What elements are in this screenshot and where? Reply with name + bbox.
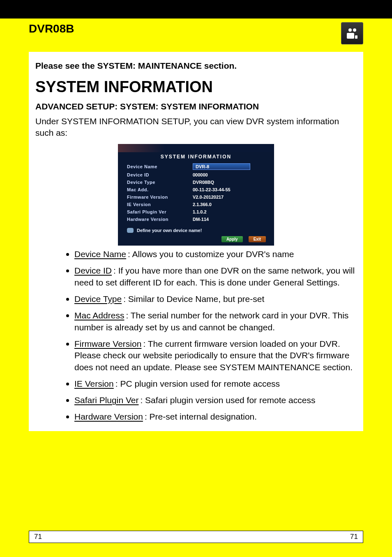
screenshot-row-value: DM-114 [193,217,209,222]
list-item-text: : Pre-set internal designation. [145,412,257,421]
list-item-text: : Allows you to customize your DVR's nam… [128,249,294,259]
intro-paragraph: Under SYSTEM INFORMATION SETUP, you can … [35,116,357,139]
screenshot-row-label: Device ID [127,172,180,177]
page-number-right: 71 [350,533,358,541]
list-item-term: Device ID [74,266,113,275]
exit-button[interactable]: Exit [249,236,266,242]
lead-sentence: Please see the SYSTEM: MAINTENANCE secti… [35,61,357,71]
screenshot-hint-text: Define your own device name! [137,228,202,233]
screenshot-row: Device Name [118,162,274,171]
screenshot-row: Device ID000000 [118,171,274,179]
list-item-term: IE Version [74,379,115,388]
page-body: DVR08B Please see the SYSTEM: MAINTENANC… [29,19,363,443]
list-item-text: : Safari plugin version used for remote … [140,395,315,405]
brand-icon-body [347,33,357,39]
speech-bubble-icon [127,228,134,233]
header-row: DVR08B [29,19,363,52]
screenshot-row-label: Device Type [127,180,180,185]
list-item-text: : Similar to Device Name, but pre-set [123,294,264,304]
screenshot-row-value: DVR08BQ [193,180,214,185]
screenshot-row-label: Hardware Version [127,217,180,222]
list-item: Hardware Version: Pre-set internal desig… [74,411,357,423]
screenshot-row: Hardware VersionDM-114 [118,216,274,223]
footer: 71 71 [0,518,392,557]
brand-icon [341,22,363,44]
screenshot-row-label: Device Name [127,164,180,169]
section-heading: SYSTEM INFORMATION [35,78,357,96]
screenshot-row: IE Version2.1.366.0 [118,201,274,208]
screenshot-row: Mac Add.00-11-22-33-44-55 [118,186,274,193]
list-item: Device Type: Similar to Device Name, but… [74,293,357,305]
device-name-input[interactable] [193,163,250,170]
screenshot-hint: Define your own device name! [118,223,274,235]
screenshot-top-edge [118,144,274,152]
list-item-term: Mac Address [74,311,126,320]
screenshot-title: SYSTEM INFORMATION [118,152,274,162]
screenshot-row-label: Mac Add. [127,187,180,192]
screenshot-row-value: 000000 [193,172,208,177]
screenshot-row-value: 1.1.0.2 [193,209,207,214]
list-item-term: Device Type [74,294,123,304]
content-card: Please see the SYSTEM: MAINTENANCE secti… [29,52,363,431]
page-number-left: 71 [34,533,42,541]
list-item-text: : PC plugin version used for remote acce… [115,379,280,388]
screenshot-row-label: IE Version [127,202,180,207]
list-item: Mac Address: The serial number for the n… [74,309,357,334]
screenshot-button-row: Apply Exit [118,235,274,242]
footer-bar: 71 71 [29,531,363,543]
screenshot-row: Device TypeDVR08BQ [118,179,274,186]
list-item: Firmware Version: The current firmware v… [74,338,357,374]
info-bullet-list: Device Name: Allows you to customize you… [35,248,357,423]
list-item: Safari Plugin Ver: Safari plugin version… [74,394,357,406]
breadcrumb-heading: ADVANCED SETUP: SYSTEM: SYSTEM INFORMATI… [35,102,357,111]
list-item-term: Device Name [74,249,128,259]
brand-icon-dots [348,28,356,32]
list-item-term: Safari Plugin Ver [74,395,140,405]
screenshot-row-value: 00-11-22-33-44-55 [193,187,231,192]
list-item: Device Name: Allows you to customize you… [74,248,357,260]
apply-button[interactable]: Apply [221,236,243,242]
list-item-term: Firmware Version [74,339,143,348]
top-black-bar [0,0,392,19]
screenshot-row-label: Safari Plugin Ver [127,209,180,214]
list-item-term: Hardware Version [74,412,145,421]
screenshot-row: Safari Plugin Ver1.1.0.2 [118,208,274,216]
list-item: Device ID: If you have more than one DVR… [74,265,357,289]
system-info-screenshot: SYSTEM INFORMATION Device NameDevice ID0… [118,144,274,246]
screenshot-rows: Device NameDevice ID000000Device TypeDVR… [118,162,274,223]
list-item-text: : If you have more than one DVR on the s… [74,266,355,287]
screenshot-row: Firmware VersionV2.0-20120217 [118,193,274,201]
screenshot-row-value: 2.1.366.0 [193,202,212,207]
list-item: IE Version: PC plugin version used for r… [74,378,357,390]
screenshot-row-value: V2.0-20120217 [193,195,224,200]
screenshot-row-label: Firmware Version [127,195,180,200]
embedded-screenshot-wrap: SYSTEM INFORMATION Device NameDevice ID0… [35,144,357,246]
model-number: DVR08B [29,22,74,35]
